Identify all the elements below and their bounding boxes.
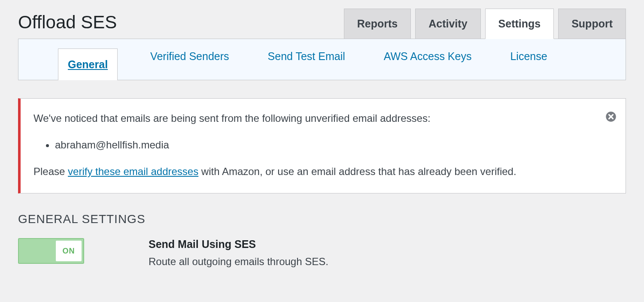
notice-text-line2: Please verify these email addresses with… [33, 164, 599, 179]
general-settings-heading: GENERAL SETTINGS [18, 212, 626, 226]
tab-reports[interactable]: Reports [344, 9, 411, 39]
sub-nav-wrapper: General Verified Senders Send Test Email… [18, 39, 626, 80]
main-tabs: Reports Activity Settings Support [344, 9, 626, 39]
setting-desc-send-mail: Route all outgoing emails through SES. [149, 256, 626, 268]
subtab-general[interactable]: General [58, 48, 118, 80]
verify-emails-link[interactable]: verify these email addresses [68, 166, 198, 177]
notice-email-list: abraham@hellfish.media [55, 137, 599, 153]
sub-nav: General Verified Senders Send Test Email… [18, 39, 626, 80]
subtab-verified-senders[interactable]: Verified Senders [144, 39, 235, 80]
unverified-email-notice: We've noticed that emails are being sent… [18, 98, 626, 193]
subtab-license[interactable]: License [504, 39, 553, 80]
send-mail-toggle[interactable]: ON [18, 238, 84, 264]
notice-email-item: abraham@hellfish.media [55, 137, 599, 153]
header-row: Offload SES Reports Activity Settings Su… [18, 9, 626, 39]
page-title: Offload SES [18, 12, 117, 39]
setting-text: Send Mail Using SES Route all outgoing e… [149, 238, 626, 268]
tab-settings[interactable]: Settings [485, 9, 554, 39]
notice-text-line1: We've noticed that emails are being sent… [33, 111, 599, 126]
close-icon [605, 111, 617, 122]
toggle-label: ON [63, 247, 75, 256]
notice-line2-prefix: Please [33, 166, 68, 177]
subtab-send-test-email[interactable]: Send Test Email [262, 39, 351, 80]
notice-dismiss-button[interactable] [605, 111, 617, 123]
toggle-knob: ON [56, 241, 82, 261]
notice-line2-suffix: with Amazon, or use an email address tha… [198, 166, 516, 177]
tab-support[interactable]: Support [558, 9, 626, 39]
settings-page-container: Offload SES Reports Activity Settings Su… [0, 0, 644, 285]
subtab-aws-access-keys[interactable]: AWS Access Keys [378, 39, 478, 80]
tab-activity[interactable]: Activity [415, 9, 480, 39]
setting-title-send-mail: Send Mail Using SES [149, 238, 626, 251]
setting-row-send-mail: ON Send Mail Using SES Route all outgoin… [18, 238, 626, 268]
